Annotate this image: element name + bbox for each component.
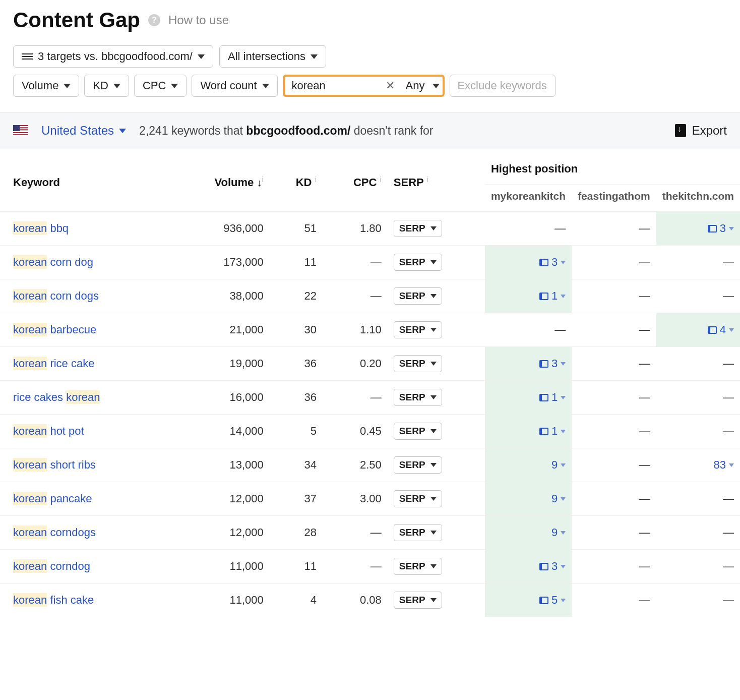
position-cell: — bbox=[572, 212, 656, 246]
position-cell: — bbox=[572, 313, 656, 347]
serp-button[interactable]: SERP bbox=[394, 389, 442, 406]
keyword-cell[interactable]: rice cakes korean bbox=[0, 381, 171, 415]
cpc-cell: 0.08 bbox=[323, 584, 388, 617]
targets-dropdown[interactable]: 3 targets vs. bbcgoodfood.com/ bbox=[13, 45, 213, 68]
position-cell[interactable]: 1 bbox=[485, 279, 572, 313]
chevron-down-icon bbox=[113, 84, 120, 88]
col-competitor-2[interactable]: feastingathom bbox=[572, 185, 656, 212]
serp-feature-icon bbox=[539, 597, 548, 604]
keyword-input[interactable] bbox=[292, 79, 378, 92]
keyword-cell[interactable]: korean hot pot bbox=[0, 415, 171, 448]
cpc-cell: 0.20 bbox=[323, 347, 388, 381]
volume-cell: 11,000 bbox=[171, 550, 270, 584]
serp-button[interactable]: SERP bbox=[394, 355, 442, 372]
keyword-cell[interactable]: korean rice cake bbox=[0, 347, 171, 381]
serp-button[interactable]: SERP bbox=[394, 558, 442, 575]
position-cell: — bbox=[656, 550, 740, 584]
keyword-cell[interactable]: korean corndogs bbox=[0, 516, 171, 550]
export-button[interactable]: Export bbox=[675, 124, 727, 138]
cpc-cell: — bbox=[323, 550, 388, 584]
keyword-cell[interactable]: korean corn dogs bbox=[0, 279, 171, 313]
col-keyword[interactable]: Keyword bbox=[0, 149, 171, 212]
keywords-table: Keyword Volume ↓i KD i CPC i SERP i High… bbox=[0, 149, 740, 617]
exclude-keyword-input[interactable]: Exclude keywords bbox=[450, 75, 556, 97]
serp-button[interactable]: SERP bbox=[394, 490, 442, 507]
position-cell: — bbox=[572, 415, 656, 448]
table-row: korean pancake12,000373.00SERP9—— bbox=[0, 482, 740, 516]
keyword-cell[interactable]: korean pancake bbox=[0, 482, 171, 516]
position-cell: — bbox=[572, 246, 656, 279]
position-cell[interactable]: 3 bbox=[485, 347, 572, 381]
serp-feature-icon bbox=[539, 259, 548, 266]
serp-cell: SERP bbox=[388, 381, 485, 415]
serp-cell: SERP bbox=[388, 347, 485, 381]
keyword-cell[interactable]: korean corndog bbox=[0, 550, 171, 584]
country-selector[interactable]: United States bbox=[41, 124, 126, 138]
col-kd[interactable]: KD i bbox=[270, 149, 323, 212]
position-cell: — bbox=[656, 482, 740, 516]
position-cell[interactable]: 1 bbox=[485, 381, 572, 415]
chevron-down-icon bbox=[311, 54, 318, 59]
position-cell[interactable]: 3 bbox=[485, 246, 572, 279]
volume-cell: 14,000 bbox=[171, 415, 270, 448]
position-cell[interactable]: 1 bbox=[485, 415, 572, 448]
col-serp[interactable]: SERP i bbox=[388, 149, 485, 212]
position-cell: — bbox=[572, 516, 656, 550]
cpc-cell: — bbox=[323, 246, 388, 279]
wordcount-filter[interactable]: Word count bbox=[192, 75, 277, 97]
serp-cell: SERP bbox=[388, 313, 485, 347]
keyword-cell[interactable]: korean bbq bbox=[0, 212, 171, 246]
intersections-dropdown[interactable]: All intersections bbox=[219, 45, 326, 68]
position-cell[interactable]: 83 bbox=[656, 448, 740, 482]
export-label: Export bbox=[692, 124, 727, 138]
chevron-down-icon bbox=[430, 463, 437, 467]
help-icon[interactable]: ? bbox=[148, 14, 160, 26]
kd-label: KD bbox=[93, 79, 108, 92]
clear-keyword-button[interactable]: ✕ bbox=[383, 79, 398, 92]
position-cell[interactable]: 9 bbox=[485, 448, 572, 482]
serp-button[interactable]: SERP bbox=[394, 524, 442, 541]
match-mode-any[interactable]: Any bbox=[403, 79, 428, 92]
chevron-down-icon bbox=[171, 84, 178, 88]
position-cell[interactable]: 4 bbox=[656, 313, 740, 347]
position-cell[interactable]: 9 bbox=[485, 516, 572, 550]
position-cell: — bbox=[656, 381, 740, 415]
keyword-cell[interactable]: korean barbecue bbox=[0, 313, 171, 347]
chevron-down-icon bbox=[561, 565, 566, 568]
keyword-cell[interactable]: korean fish cake bbox=[0, 584, 171, 617]
kd-filter[interactable]: KD bbox=[84, 75, 129, 97]
position-cell: — bbox=[656, 347, 740, 381]
chevron-down-icon bbox=[430, 531, 437, 535]
chevron-down-icon bbox=[433, 84, 440, 88]
col-volume[interactable]: Volume ↓i bbox=[171, 149, 270, 212]
position-cell[interactable]: 9 bbox=[485, 482, 572, 516]
cpc-filter[interactable]: CPC bbox=[134, 75, 187, 97]
volume-cell: 38,000 bbox=[171, 279, 270, 313]
serp-button[interactable]: SERP bbox=[394, 287, 442, 305]
volume-filter[interactable]: Volume bbox=[13, 75, 79, 97]
how-to-use-link[interactable]: How to use bbox=[168, 13, 229, 27]
include-keyword-filter[interactable]: ✕ Any bbox=[283, 75, 445, 97]
position-cell[interactable]: 3 bbox=[656, 212, 740, 246]
position-cell[interactable]: 3 bbox=[485, 550, 572, 584]
chevron-down-icon bbox=[430, 362, 437, 366]
col-cpc[interactable]: CPC i bbox=[323, 149, 388, 212]
chevron-down-icon bbox=[198, 54, 205, 59]
serp-button[interactable]: SERP bbox=[394, 254, 442, 271]
table-row: korean fish cake11,00040.08SERP5—— bbox=[0, 584, 740, 617]
serp-button[interactable]: SERP bbox=[394, 423, 442, 440]
serp-button[interactable]: SERP bbox=[394, 220, 442, 237]
serp-cell: SERP bbox=[388, 516, 485, 550]
serp-button[interactable]: SERP bbox=[394, 456, 442, 474]
kd-cell: 11 bbox=[270, 246, 323, 279]
page-title: Content Gap bbox=[13, 8, 140, 32]
kd-cell: 28 bbox=[270, 516, 323, 550]
position-cell[interactable]: 5 bbox=[485, 584, 572, 617]
keyword-cell[interactable]: korean corn dog bbox=[0, 246, 171, 279]
col-competitor-1[interactable]: mykoreankitch bbox=[485, 185, 572, 212]
col-competitor-3[interactable]: thekitchn.com bbox=[656, 185, 740, 212]
serp-button[interactable]: SERP bbox=[394, 321, 442, 338]
cpc-cell: — bbox=[323, 516, 388, 550]
keyword-cell[interactable]: korean short ribs bbox=[0, 448, 171, 482]
serp-button[interactable]: SERP bbox=[394, 592, 442, 609]
